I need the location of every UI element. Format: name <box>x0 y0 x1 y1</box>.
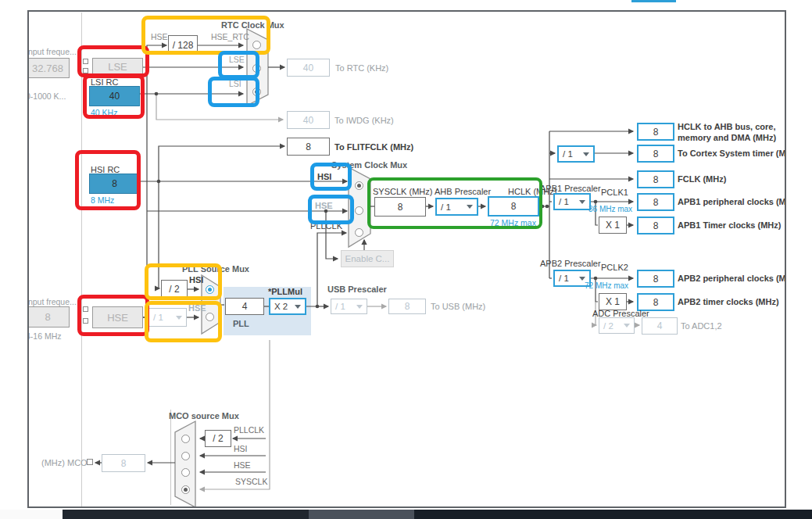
adc-value-box: 4 <box>642 317 678 335</box>
chevron-down-icon <box>579 277 585 281</box>
rtc-mux-radio-lse[interactable] <box>252 64 261 73</box>
taskbar-segment <box>309 510 414 519</box>
clock-configuration-panel: Input freque... 32.768 0-1000 K... LSE L… <box>27 10 786 508</box>
pll-hse-input-label: HSE <box>188 303 206 313</box>
pclk2-label: PCLK2 <box>601 263 628 272</box>
pll-block-label: PLL <box>233 319 249 328</box>
pllmul-dropdown[interactable]: X 2 <box>269 298 306 315</box>
apb1-timer-multiplier-box: X 1 <box>599 217 627 234</box>
to-flitfclk-label: To FLITFCLK (MHz) <box>334 142 413 152</box>
sys-pllclk-input-label: PLLCLK <box>310 221 342 231</box>
apb1-timer-label: APB1 Timer clocks (MHz) <box>678 220 781 230</box>
mco-hsi-input-label: HSI <box>234 445 248 454</box>
adc-prescaler-dropdown: / 2 <box>599 317 635 334</box>
usb-prescaler-value: / 1 <box>335 302 345 311</box>
apb2-peripheral-value-box[interactable]: 8 <box>637 270 674 288</box>
apb2-timer-multiplier-box: X 1 <box>599 293 627 310</box>
cortex-prescaler-value: / 1 <box>563 149 573 159</box>
sysclk-value-box: 8 <box>374 197 426 217</box>
pll-mux-radio-hse[interactable] <box>206 313 214 321</box>
wiring-layer <box>27 10 786 508</box>
mco-out-label: (MHz) MCO <box>41 458 88 467</box>
apb1-prescaler-dropdown[interactable]: / 1 <box>553 193 591 210</box>
to-rtc-value-box: 40 <box>287 59 330 77</box>
chevron-down-icon <box>467 205 473 209</box>
apb1-peripheral-label: APB1 peripheral clocks (MHz) <box>678 197 786 206</box>
pllmul-value: X 2 <box>274 302 288 311</box>
hclk-ahb-bus-value-box[interactable]: 8 <box>637 123 674 141</box>
taskbar-segment <box>414 510 812 519</box>
hclk-ahb-bus-label-line2: memory and DMA (MHz) <box>678 133 776 142</box>
apb2-timer-label: APB2 timer clocks (MHz) <box>678 297 779 306</box>
apb1-max-label: 36 MHz max <box>588 205 632 213</box>
apb1-peripheral-value-box[interactable]: 8 <box>637 193 674 211</box>
to-iwdg-value-box: 40 <box>287 111 330 129</box>
chevron-down-icon <box>583 152 589 156</box>
rtc-mux-radio-hse-rtc[interactable] <box>252 41 261 49</box>
hclk-ahb-bus-label-line1: HCLK to AHB bus, core, <box>678 122 776 131</box>
usb-out-label: To USB (MHz) <box>431 302 485 311</box>
hclk-max-label: 72 MHz max <box>490 219 536 228</box>
cortex-prescaler-dropdown[interactable]: / 1 <box>557 145 595 163</box>
cortex-timer-value-box[interactable]: 8 <box>637 145 674 163</box>
hsi-frequency-label: 8 MHz <box>91 196 114 206</box>
system-mux-radio-pllclk[interactable] <box>355 228 363 237</box>
clock-diagram-canvas: Input freque... 32.768 0-1000 K... LSE L… <box>27 10 786 508</box>
hsi-rc-value-box: 8 <box>89 174 140 194</box>
mco-mux-radio-hsi[interactable] <box>181 452 190 460</box>
rtc-hse-divider-box: / 128 <box>168 35 198 55</box>
hse-osc-in-pin <box>83 306 88 312</box>
usb-prescaler-dropdown: / 1 <box>331 299 367 314</box>
hse-input-frequency-label: Input freque... <box>27 298 77 307</box>
enable-css-button: Enable C... <box>341 250 394 267</box>
fclk-value-box[interactable]: 8 <box>637 170 674 188</box>
apb1-timer-value-box[interactable]: 8 <box>637 217 674 234</box>
system-mux-radio-hse[interactable] <box>355 206 363 215</box>
lse-input-frequency-field: 32.768 <box>27 58 70 78</box>
lse-input-range-label: 0-1000 K... <box>27 92 66 102</box>
chevron-down-icon <box>624 324 630 328</box>
mco-mux-radio-hse[interactable] <box>181 468 190 477</box>
lse-osc-in-pin <box>83 59 88 64</box>
ahb-prescaler-dropdown[interactable]: / 1 <box>435 198 478 216</box>
mco-sysclk-input-label: SYSCLK <box>235 478 267 487</box>
pclk1-label: PCLK1 <box>601 188 628 197</box>
chevron-down-icon <box>579 200 585 204</box>
pll-hse-divider-value: / 1 <box>153 313 163 322</box>
taskbar-segment <box>0 510 63 519</box>
sysclk-label: SYSCLK (MHz) <box>373 187 432 196</box>
hse-osc-out-pin <box>83 318 88 324</box>
lse-osc-out-pin <box>83 68 88 73</box>
pll-mux-radio-hsi[interactable] <box>206 285 214 294</box>
ahb-prescaler-value: / 1 <box>441 202 451 212</box>
rtc-mux-radio-lsi[interactable] <box>252 88 261 96</box>
mco-mux-radio-sysclk[interactable] <box>181 485 190 494</box>
sys-hse-input-label: HSE <box>315 201 333 210</box>
taskbar-segment <box>63 510 309 519</box>
system-mux-radio-hsi[interactable] <box>355 181 363 190</box>
to-flitfclk-value-box: 8 <box>287 138 330 156</box>
lse-source-box: LSE <box>92 58 143 75</box>
rtc-lse-input-label: LSE <box>229 55 245 65</box>
system-mux-title: System Clock Mux <box>331 160 407 170</box>
hclk-value-box[interactable]: 8 <box>488 196 539 217</box>
pllmul-label: *PLLMul <box>268 287 302 296</box>
lsi-rc-value-box: 40 <box>89 86 140 106</box>
lsi-frequency-label: 40 KHz <box>91 109 117 118</box>
rtc-lsi-input-label: LSI <box>229 80 241 89</box>
hse-input-range-label: 4-16 MHz <box>27 332 62 342</box>
lse-input-frequency-label: Input freque... <box>27 48 77 57</box>
mco-mux-radio-pllclk[interactable] <box>181 435 190 443</box>
mco-pll-divider-box: / 2 <box>205 430 231 447</box>
cortex-timer-label: To Cortex System timer (MHz) <box>678 149 786 158</box>
apb2-prescaler-value: / 1 <box>559 274 569 283</box>
hse-source-box: HSE <box>92 306 143 328</box>
pll-input-value-box: 4 <box>225 298 264 315</box>
apb2-max-label: 72 MHz max <box>585 281 628 290</box>
mco-mux-title: MCO source Mux <box>169 411 239 421</box>
chevron-down-icon <box>356 305 363 309</box>
usb-value-box: 8 <box>388 299 426 314</box>
pll-hsi-input-label: HSI <box>189 275 203 285</box>
apb1-prescaler-label: APB1 Prescaler <box>540 184 601 193</box>
apb1-prescaler-value: / 1 <box>559 197 569 206</box>
